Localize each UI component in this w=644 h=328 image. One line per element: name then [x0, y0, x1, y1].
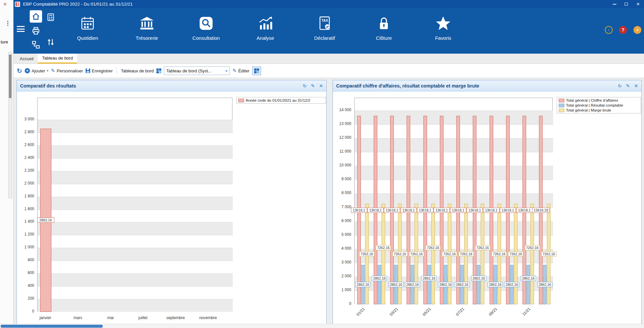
personalize-button[interactable]: ✎ Personnaliser: [51, 68, 83, 74]
y-tick-label: 2 000: [333, 274, 351, 279]
y-tick-label: 0: [17, 309, 34, 314]
scrollbar-thumb[interactable]: [1, 325, 103, 328]
maximize-button[interactable]: [620, 0, 632, 8]
y-tick-label: 2 600: [17, 142, 34, 148]
apps-menu-icon[interactable]: ≡: [633, 26, 641, 34]
close-button[interactable]: ✕: [632, 0, 644, 8]
bar-value-label: 13618,1: [500, 208, 516, 213]
bar-value-label: 7262,16: [425, 245, 441, 250]
bar-value-label: 2862,16: [521, 276, 536, 281]
help-icon[interactable]: ?: [619, 26, 627, 34]
refresh-icon[interactable]: ↻: [17, 67, 22, 75]
screen: EBP Comptabilité PRO 2022 - Du 01/01/21 …: [0, 0, 644, 328]
bar-value-label: 7262,16: [508, 251, 523, 257]
main-nav: QuotidienTrésorerieConsultationAnalyseTA…: [13, 8, 601, 54]
x-tick-label: novembre: [193, 315, 223, 320]
legend-swatch: [238, 99, 244, 102]
x-tick-label: 05/21: [415, 307, 432, 324]
grid-band: [38, 210, 233, 222]
vscroll-thumb[interactable]: [9, 55, 12, 98]
bar-value-label: 13618,1: [351, 208, 367, 213]
nav-item-d-claratif[interactable]: TAXDéclaratif: [298, 14, 351, 52]
background-window-sliver: ✕ ⋮ ture: [0, 0, 13, 328]
y-tick-label: 9 000: [333, 177, 351, 182]
horizontal-scrollbar[interactable]: [0, 324, 644, 328]
bar-value-label: 7262,16: [541, 251, 556, 257]
x-tick-label: 09/21: [481, 307, 498, 324]
bar-value-label: 2862,16: [488, 282, 503, 287]
nav-item-label: Consultation: [192, 35, 220, 41]
y-tick-label: 8 000: [333, 190, 351, 196]
bar-value-label: 2862,16: [455, 282, 470, 287]
update-icon[interactable]: ↑: [605, 26, 613, 34]
bar-value-label: 7262,16: [359, 251, 374, 257]
panel-close-icon[interactable]: ✕: [634, 83, 638, 88]
bar-value-label: 2862,16: [438, 282, 453, 287]
nav-item-quotidien[interactable]: Quotidien: [61, 14, 114, 52]
nav-item-label: Quotidien: [77, 35, 98, 41]
nav-item-cl-ture[interactable]: Clôture: [358, 14, 410, 52]
bar-value-label: 7262,16: [459, 251, 474, 257]
dashboard-select[interactable]: Tableau de bord (Syst... ▾: [164, 66, 230, 75]
panel-edit-icon[interactable]: ✎: [311, 83, 315, 88]
bar-value-label: 13618,18: [532, 208, 550, 213]
y-tick-label: 2 800: [17, 130, 34, 135]
y-tick-label: 13 000: [333, 121, 351, 127]
legend-swatch: [559, 104, 564, 107]
legend-entry: Année civile du 01/01/2021 au 31/12/2: [238, 98, 324, 102]
bar-value-label: 13618,1: [483, 208, 499, 213]
bar: [431, 204, 435, 304]
window-title: EBP Comptabilité PRO 2022 - Du 01/01/21 …: [23, 2, 133, 7]
panel-close-icon[interactable]: ✕: [319, 83, 323, 88]
panel-title: Comparatif chiffre d'affaires, résultat …: [336, 83, 479, 88]
grid-band: [38, 145, 233, 158]
vertical-scrollbar[interactable]: [8, 52, 12, 198]
layout-toggle-button[interactable]: [252, 66, 261, 75]
y-tick-label: 1 000: [333, 288, 351, 293]
bar-value-label: 7262,16: [525, 245, 540, 250]
x-tick-label: 01/21: [349, 307, 366, 324]
y-tick-label: 1 400: [17, 219, 34, 224]
bar: [427, 265, 431, 304]
legend-entry: Total général | Marge brute: [559, 108, 639, 112]
legend-label: Année civile du 01/01/2021 au 31/12/2: [246, 98, 310, 102]
legend-entry: Total général | Chiffre d'affaires: [559, 98, 639, 102]
x-tick-label: mars: [63, 315, 93, 320]
plot-area: 2862,16: [37, 98, 232, 312]
nav-item-tr-sorerie[interactable]: Trésorerie: [121, 14, 173, 52]
bar-value-label: 7262,16: [492, 251, 507, 257]
minimize-button[interactable]: [608, 0, 620, 8]
add-button[interactable]: + Ajouter ▾: [25, 68, 48, 73]
calendar-icon: [80, 15, 95, 31]
bar-value-label: 7262,16: [442, 251, 457, 257]
y-tick-label: 10 000: [333, 163, 351, 168]
y-tick-label: 1 600: [17, 207, 34, 212]
bank-icon: [139, 15, 155, 31]
nav-item-favoris[interactable]: Favoris: [417, 14, 470, 52]
nav-item-label: Déclaratif: [314, 35, 335, 41]
tab-accueil[interactable]: Accueil: [15, 54, 38, 63]
x-tick-label: septembre: [161, 315, 190, 320]
edit-label: Éditer: [238, 68, 250, 73]
panel-edit-icon[interactable]: ✎: [626, 83, 630, 88]
dashboard-toolbar: ↻ + Ajouter ▾ ✎ Personnaliser Enregistre…: [13, 64, 644, 78]
bar: [477, 265, 480, 304]
close-icon[interactable]: ✕: [3, 1, 7, 7]
panel-refresh-icon[interactable]: ↻: [303, 83, 307, 88]
nav-item-analyse[interactable]: Analyse: [239, 14, 292, 52]
bar-value-label: 2862,16: [537, 282, 552, 287]
grid-band: [38, 184, 233, 197]
tab-tableau-de-bord[interactable]: Tableau de bord: [38, 54, 77, 63]
separator: [117, 67, 117, 74]
partial-label: ture: [1, 39, 8, 44]
lock-icon: [376, 15, 392, 31]
more-options-icon[interactable]: ⋮: [5, 20, 11, 27]
edit-button[interactable]: ✎ Éditer: [232, 68, 250, 74]
chevron-down-icon: ▾: [224, 69, 229, 73]
save-button[interactable]: Enregistrer: [86, 68, 113, 73]
bar-value-label: 13618,1: [367, 208, 384, 213]
y-tick-label: 11 000: [333, 149, 351, 154]
bar: [378, 265, 381, 304]
panel-refresh-icon[interactable]: ↻: [618, 83, 622, 88]
nav-item-consultation[interactable]: Consultation: [180, 14, 232, 52]
